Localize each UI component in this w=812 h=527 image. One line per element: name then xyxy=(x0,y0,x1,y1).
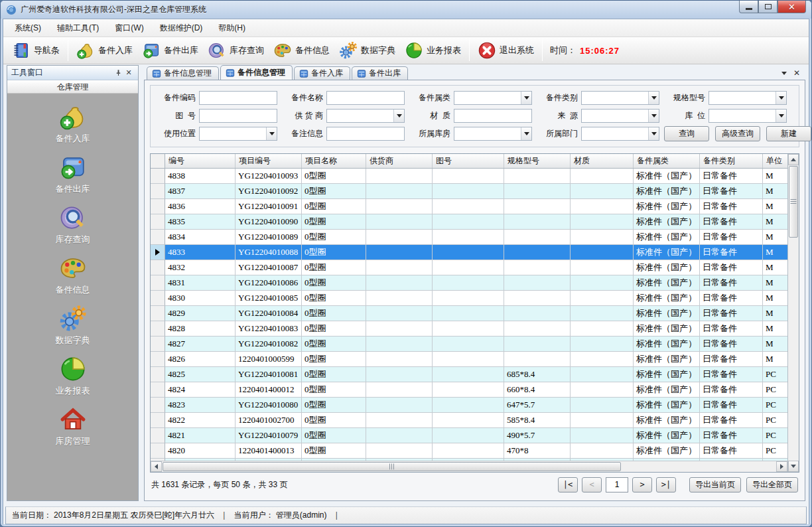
grid-cell[interactable]: 日常备件 xyxy=(700,214,763,230)
sidebar-item-stock-query[interactable]: 库存查询 xyxy=(56,204,90,246)
grid-cell[interactable]: 标准件（国产） xyxy=(634,443,700,459)
grid-cell[interactable] xyxy=(433,214,504,230)
grid-cell[interactable]: 日常备件 xyxy=(700,169,763,184)
grid-cell[interactable]: 647*5.7 xyxy=(504,398,571,413)
scroll-right-icon[interactable] xyxy=(776,461,787,472)
chevron-down-icon[interactable] xyxy=(521,92,531,104)
prev-page-button[interactable]: < xyxy=(582,477,602,492)
grid-cell[interactable]: 标准件（国产） xyxy=(634,230,700,245)
grid-cell[interactable]: M xyxy=(763,352,787,367)
column-header-7[interactable]: 材质 xyxy=(571,154,634,168)
table-row[interactable]: 4821YG122040100790型圈490*5.7标准件（国产）日常备件PC xyxy=(151,428,787,443)
grid-cell[interactable]: 标准件（国产） xyxy=(634,275,700,291)
table-row[interactable]: 4838YG122040100930型圈标准件（国产）日常备件M xyxy=(151,169,787,184)
table-row[interactable]: 4828YG122040100830型圈标准件（国产）日常备件M xyxy=(151,321,787,337)
grid-cell[interactable]: 4823 xyxy=(165,398,236,413)
scroll-up-icon[interactable] xyxy=(788,154,799,165)
grid-cell[interactable]: 0型圈 xyxy=(302,306,366,321)
grid-cell[interactable]: 0型圈 xyxy=(302,214,366,230)
minimize-button[interactable] xyxy=(739,1,758,13)
grid-cell[interactable] xyxy=(433,382,504,398)
toolbar-part-inbound-button[interactable]: 备件入库 xyxy=(72,38,137,62)
grid-cell[interactable] xyxy=(504,337,571,352)
grid-cell[interactable] xyxy=(504,352,571,367)
grid-cell[interactable]: 470*8 xyxy=(504,443,571,459)
last-page-button[interactable]: >| xyxy=(656,477,676,492)
row-header-cell[interactable] xyxy=(151,443,165,459)
row-header-cell[interactable] xyxy=(151,260,165,275)
grid-cell[interactable]: 4824 xyxy=(165,382,236,398)
column-header-10[interactable]: 单位 xyxy=(763,154,787,168)
grid-cell[interactable]: 0型圈 xyxy=(302,337,366,352)
grid-cell[interactable]: 标准件（国产） xyxy=(634,214,700,230)
grid-cell[interactable] xyxy=(366,230,433,245)
grid-cell[interactable] xyxy=(571,428,634,443)
tab-part-info-management-1[interactable]: 备件信息管理 xyxy=(147,66,219,80)
row-header-cell[interactable] xyxy=(151,169,165,184)
grid-cell[interactable]: 日常备件 xyxy=(700,321,763,337)
sidebar-item-business-report[interactable]: 业务报表 xyxy=(56,355,90,397)
grid-cell[interactable] xyxy=(366,398,433,413)
grid-cell[interactable] xyxy=(366,199,433,214)
grid-cell[interactable] xyxy=(571,169,634,184)
grid-cell[interactable] xyxy=(366,413,433,428)
pin-icon[interactable] xyxy=(113,68,123,78)
grid-cell[interactable] xyxy=(366,260,433,275)
grid-cell[interactable]: 4827 xyxy=(165,337,236,352)
toolbar-data-dictionary-button[interactable]: 数据字典 xyxy=(334,38,400,62)
grid-cell[interactable]: 4822 xyxy=(165,413,236,428)
grid-cell[interactable]: 4825 xyxy=(165,367,236,382)
chevron-down-icon[interactable] xyxy=(393,110,404,122)
column-header-1[interactable]: 编号 xyxy=(165,154,236,168)
grid-cell[interactable]: 日常备件 xyxy=(700,260,763,275)
grid-cell[interactable]: 日常备件 xyxy=(700,367,763,382)
grid-cell[interactable]: 标准件（国产） xyxy=(634,428,700,443)
stock-location-select[interactable] xyxy=(709,109,787,123)
grid-cell[interactable]: M xyxy=(763,214,787,230)
chevron-down-icon[interactable] xyxy=(776,92,786,104)
grid-cell[interactable] xyxy=(366,291,433,306)
grid-cell[interactable] xyxy=(366,443,433,459)
grid-cell[interactable]: 日常备件 xyxy=(700,382,763,398)
grid-cell[interactable]: 4833 xyxy=(165,245,236,260)
grid-cell[interactable] xyxy=(366,214,433,230)
row-header-cell[interactable] xyxy=(151,199,165,214)
grid-cell[interactable]: 4829 xyxy=(165,306,236,321)
grid-cell[interactable] xyxy=(366,169,433,184)
grid-cell[interactable]: 标准件（国产） xyxy=(634,367,700,382)
grid-cell[interactable]: 标准件（国产） xyxy=(634,245,700,260)
vertical-scroll-thumb[interactable] xyxy=(789,166,798,238)
grid-cell[interactable] xyxy=(433,443,504,459)
grid-cell[interactable] xyxy=(571,214,634,230)
grid-cell[interactable] xyxy=(504,230,571,245)
grid-cell[interactable]: 1220401002700 xyxy=(236,413,302,428)
grid-cell[interactable]: 0型圈 xyxy=(302,184,366,199)
grid-cell[interactable]: PC xyxy=(763,382,787,398)
grid-cell[interactable]: 0型圈 xyxy=(302,367,366,382)
table-row[interactable]: 4833YG122040100880型圈标准件（国产）日常备件M xyxy=(151,245,787,260)
grid-cell[interactable] xyxy=(571,260,634,275)
table-row[interactable]: 4829YG122040100840型圈标准件（国产）日常备件M xyxy=(151,306,787,321)
grid-cell[interactable]: 标准件（国产） xyxy=(634,184,700,199)
grid-cell[interactable]: 0型圈 xyxy=(302,291,366,306)
grid-cell[interactable] xyxy=(433,352,504,367)
row-header-cell[interactable] xyxy=(151,367,165,382)
table-row[interactable]: 4832YG122040100870型圈标准件（国产）日常备件M xyxy=(151,260,787,275)
spec-model-select[interactable] xyxy=(709,91,787,105)
department-select[interactable] xyxy=(581,127,659,141)
grid-cell[interactable]: 4820 xyxy=(165,443,236,459)
part-type-select[interactable] xyxy=(581,91,659,105)
source-select[interactable] xyxy=(581,109,659,123)
grid-cell[interactable]: 490*5.7 xyxy=(504,428,571,443)
grid-cell[interactable]: YG12204010085 xyxy=(236,291,302,306)
grid-cell[interactable]: YG12204010086 xyxy=(236,275,302,291)
grid-cell[interactable]: 标准件（国产） xyxy=(634,321,700,337)
grid-cell[interactable]: 4838 xyxy=(165,169,236,184)
grid-cell[interactable]: YG12204010092 xyxy=(236,184,302,199)
grid-cell[interactable] xyxy=(571,367,634,382)
grid-cell[interactable]: YG12204010089 xyxy=(236,230,302,245)
menu-item-aux-tools[interactable]: 辅助工具(T) xyxy=(50,20,106,37)
grid-cell[interactable]: 日常备件 xyxy=(700,275,763,291)
row-header-cell[interactable] xyxy=(151,275,165,291)
toolbar-nav-bar-button[interactable]: 导航条 xyxy=(7,38,64,62)
